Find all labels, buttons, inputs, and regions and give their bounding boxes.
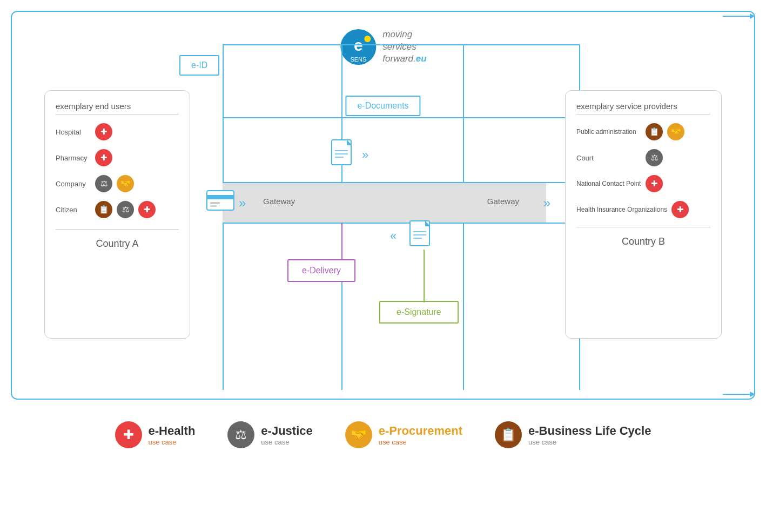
right-divider-bottom	[576, 227, 710, 227]
e-documents-box: e-Documents	[345, 96, 420, 116]
ebusiness-legend-text: e-Business Life Cycle use case	[528, 424, 651, 446]
entity-pharmacy: Pharmacy ✚	[56, 149, 179, 166]
ebusiness-legend-icon: 📋	[495, 421, 522, 448]
ebusiness-subtitle: use case	[528, 438, 651, 446]
entity-health-insurance: Health Insurance Organizations ✚	[576, 201, 710, 218]
gateway-card-left	[206, 190, 236, 214]
e-signature-label: e-Signature	[397, 307, 441, 316]
e-id-label: e-ID	[191, 60, 207, 70]
court-justice-icon: ⚖	[646, 149, 663, 166]
e-delivery-label: e-Delivery	[302, 266, 341, 275]
eprocurement-legend-text: e-Procurement use case	[379, 424, 462, 446]
entity-hospital: Hospital ✚	[56, 123, 179, 140]
health-insurance-label: Health Insurance Organizations	[576, 206, 667, 213]
diagram-container: e SENS moving services forward.eu e-ID	[11, 11, 755, 400]
vline-delivery	[341, 223, 342, 260]
legend-ebusiness: 📋 e-Business Life Cycle use case	[495, 421, 651, 448]
hline-gateway-bottom	[223, 223, 582, 224]
country-panel-right: exemplary service providers Public admin…	[565, 90, 722, 339]
svg-rect-16	[210, 205, 217, 207]
svg-rect-13	[207, 191, 234, 210]
sens-logo: e SENS moving services forward.eu	[339, 28, 426, 66]
vline-signature	[424, 250, 425, 302]
admin-business-icon: 📋	[646, 123, 663, 140]
eprocurement-title: e-Procurement	[379, 424, 462, 438]
country-panel-left: exemplary end users Hospital ✚ Pharmacy …	[44, 90, 190, 339]
gateway-right-label: Gateway	[487, 197, 519, 206]
company-label: Company	[56, 180, 91, 188]
legend-eprocurement: 🤝 e-Procurement use case	[345, 421, 462, 448]
citizen-business-icon: 📋	[95, 201, 112, 218]
citizen-health-icon: ✚	[138, 201, 156, 218]
ehealth-legend-icon: ✚	[115, 421, 142, 448]
ejustice-subtitle: use case	[261, 438, 312, 446]
document-icon-bottom	[409, 220, 436, 254]
ehealth-legend-text: e-Health use case	[149, 424, 196, 446]
svg-rect-14	[207, 195, 234, 199]
gateway-left-label: Gateway	[263, 197, 295, 206]
insurance-health-icon: ✚	[671, 201, 689, 218]
hline-gateway-top	[223, 182, 582, 183]
e-signature-box: e-Signature	[379, 301, 459, 324]
citizen-label: Citizen	[56, 206, 91, 214]
ebusiness-title: e-Business Life Cycle	[528, 424, 651, 438]
public-admin-label: Public administration	[576, 128, 641, 136]
pharmacy-label: Pharmacy	[56, 154, 91, 162]
main-wrapper: e SENS moving services forward.eu e-ID	[0, 0, 766, 532]
company-procurement-icon: 🤝	[117, 175, 134, 192]
eprocurement-legend-icon: 🤝	[345, 421, 372, 448]
ehealth-subtitle: use case	[149, 438, 196, 446]
entity-public-admin: Public administration 📋 🤝	[576, 123, 710, 140]
hline-upper	[223, 44, 579, 45]
e-id-box: e-ID	[179, 55, 219, 76]
forward-text: forward.	[382, 53, 415, 64]
e-documents-label: e-Documents	[357, 101, 408, 110]
document-icon-top	[331, 139, 358, 173]
double-arrow-band-right: »	[543, 196, 548, 211]
pharmacy-health-icon: ✚	[95, 149, 112, 166]
logo-text: moving services forward.eu	[382, 29, 426, 66]
svg-point-6	[364, 36, 371, 42]
left-divider-bottom	[56, 229, 179, 230]
company-justice-icon: ⚖	[95, 175, 112, 192]
e-delivery-box: e-Delivery	[287, 259, 355, 282]
hospital-health-icon: ✚	[95, 123, 112, 140]
left-panel-title: exemplary end users	[56, 102, 179, 111]
entity-ncp: National Contact Point ✚	[576, 175, 710, 192]
right-panel-title: exemplary service providers	[576, 102, 710, 111]
entity-company: Company ⚖ 🤝	[56, 175, 179, 192]
admin-procurement-icon: 🤝	[667, 123, 684, 140]
top-arrow-icon	[723, 11, 755, 22]
ncp-health-icon: ✚	[646, 175, 663, 192]
hline-top	[223, 117, 579, 118]
ejustice-legend-icon: ⚖	[227, 421, 254, 448]
double-arrow-band-left: »	[239, 196, 243, 211]
svg-marker-1	[750, 14, 755, 19]
sens-logo-icon: e SENS	[339, 28, 377, 66]
citizen-justice-icon: ⚖	[117, 201, 134, 218]
entity-citizen: Citizen 📋 ⚖ ✚	[56, 201, 179, 218]
svg-text:SENS: SENS	[350, 56, 366, 63]
ejustice-title: e-Justice	[261, 424, 312, 438]
hospital-label: Hospital	[56, 128, 91, 136]
bottom-arrow-icon	[723, 389, 755, 400]
right-divider	[576, 114, 710, 115]
ehealth-title: e-Health	[149, 424, 196, 438]
legend-ehealth: ✚ e-Health use case	[115, 421, 196, 448]
ncp-label: National Contact Point	[576, 180, 641, 187]
ejustice-legend-text: e-Justice use case	[261, 424, 312, 446]
legend-area: ✚ e-Health use case ⚖ e-Justice use case…	[11, 410, 755, 459]
eprocurement-subtitle: use case	[379, 438, 462, 446]
svg-marker-3	[750, 392, 755, 397]
country-b-label: Country B	[576, 236, 710, 247]
eu-text: eu	[416, 53, 427, 64]
country-a-label: Country A	[56, 238, 179, 250]
court-label: Court	[576, 154, 641, 162]
entity-court: Court ⚖	[576, 149, 710, 166]
legend-ejustice: ⚖ e-Justice use case	[227, 421, 312, 448]
left-divider	[56, 114, 179, 115]
double-arrow-top-right: »	[362, 148, 366, 162]
double-arrow-bottom-left: «	[390, 229, 394, 243]
svg-rect-15	[210, 202, 220, 204]
